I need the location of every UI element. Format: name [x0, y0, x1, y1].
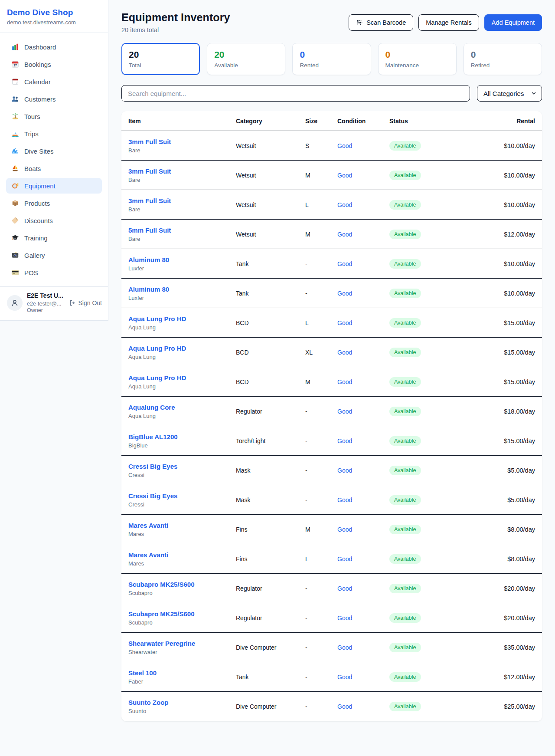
condition-link[interactable]: Good [337, 201, 389, 208]
condition-link[interactable]: Good [337, 260, 389, 267]
condition-link[interactable]: Good [337, 142, 389, 149]
item-name-link[interactable]: Aluminum 80 [128, 286, 236, 293]
item-name-link[interactable]: Cressi Big Eyes [128, 463, 236, 470]
status-badge: Available [389, 672, 421, 682]
status-cell: Available [389, 200, 483, 210]
sidebar-item-equipment[interactable]: Equipment [6, 178, 102, 194]
item-cell: Aqua Lung Pro HD Aqua Lung [128, 315, 236, 331]
status-cell: Available [389, 171, 483, 180]
sidebar-item-calendar[interactable]: Calendar [6, 74, 102, 89]
condition-link[interactable]: Good [337, 319, 389, 326]
condition-link[interactable]: Good [337, 408, 389, 415]
sidebar-item-tours[interactable]: Tours [6, 108, 102, 124]
status-cell: Available [389, 141, 483, 151]
search-input[interactable] [121, 85, 470, 102]
item-name-link[interactable]: Scubapro MK25/S600 [128, 581, 236, 588]
sidebar-item-dive-sites[interactable]: Dive Sites [6, 143, 102, 159]
item-name-link[interactable]: Mares Avanti [128, 522, 236, 529]
item-cell: 5mm Full Suit Bare [128, 227, 236, 242]
stat-card-available[interactable]: 20 Available [207, 43, 285, 75]
manage-rentals-button[interactable]: Manage Rentals [418, 14, 479, 31]
item-name-link[interactable]: 5mm Full Suit [128, 227, 236, 234]
condition-link[interactable]: Good [337, 378, 389, 385]
condition-link[interactable]: Good [337, 644, 389, 651]
condition-link[interactable]: Good [337, 349, 389, 356]
item-name-link[interactable]: Suunto Zoop [128, 699, 236, 706]
sidebar-item-dashboard[interactable]: Dashboard [6, 39, 102, 55]
page-title: Equipment Inventory [121, 11, 230, 24]
item-brand: Bare [128, 236, 236, 242]
sidebar-item-label: POS [24, 269, 38, 276]
add-equipment-button[interactable]: Add Equipment [484, 14, 542, 31]
condition-link[interactable]: Good [337, 496, 389, 503]
sidebar-item-customers[interactable]: Customers [6, 91, 102, 107]
sidebar-item-products[interactable]: Products [6, 195, 102, 211]
item-name-link[interactable]: Mares Avanti [128, 551, 236, 559]
item-name-link[interactable]: Shearwater Peregrine [128, 640, 236, 647]
category-cell: Mask [236, 496, 305, 503]
item-name-link[interactable]: Aqua Lung Pro HD [128, 374, 236, 381]
sidebar-item-pos[interactable]: POS [6, 265, 102, 280]
calendar-pad-icon [11, 78, 19, 85]
item-name-link[interactable]: Aqua Lung Pro HD [128, 345, 236, 352]
item-name-link[interactable]: Aluminum 80 [128, 256, 236, 263]
stats-row: 20 Total 20 Available 0 Rented 0 Mainten… [121, 43, 542, 75]
condition-link[interactable]: Good [337, 290, 389, 297]
size-cell: - [305, 496, 337, 503]
item-cell: Aqua Lung Pro HD Aqua Lung [128, 374, 236, 390]
item-cell: Shearwater Peregrine Shearwater [128, 640, 236, 655]
condition-link[interactable]: Good [337, 437, 389, 444]
sidebar-item-gallery[interactable]: Gallery [6, 247, 102, 263]
sidebar-item-discounts[interactable]: Discounts [6, 213, 102, 228]
item-name-link[interactable]: 3mm Full Suit [128, 197, 236, 204]
stat-card-total[interactable]: 20 Total [121, 43, 200, 75]
stat-card-maintenance[interactable]: 0 Maintenance [378, 43, 457, 75]
condition-link[interactable]: Good [337, 231, 389, 238]
sidebar-item-training[interactable]: Training [6, 230, 102, 246]
sidebar-item-bookings[interactable]: 17 Bookings [6, 56, 102, 72]
item-cell: Cressi Big Eyes Cressi [128, 492, 236, 508]
sidebar-item-label: Bookings [24, 61, 51, 68]
rental-cell: $8.00/day [483, 555, 535, 562]
item-name-link[interactable]: Aqua Lung Pro HD [128, 315, 236, 322]
status-badge: Available [389, 702, 421, 711]
item-name-link[interactable]: Scubapro MK25/S600 [128, 610, 236, 618]
stat-value: 0 [385, 49, 449, 60]
stat-card-retired[interactable]: 0 Retired [464, 43, 542, 75]
stat-label: Available [214, 62, 278, 69]
scan-barcode-button[interactable]: Scan Barcode [349, 14, 413, 31]
item-name-link[interactable]: 3mm Full Suit [128, 168, 236, 175]
condition-link[interactable]: Good [337, 172, 389, 179]
rental-cell: $10.00/day [483, 142, 535, 149]
item-brand: Cressi [128, 472, 236, 478]
item-cell: Cressi Big Eyes Cressi [128, 463, 236, 478]
condition-link[interactable]: Good [337, 703, 389, 710]
rental-cell: $10.00/day [483, 290, 535, 297]
logout-icon [69, 299, 76, 306]
speedboat-icon [11, 130, 19, 138]
condition-link[interactable]: Good [337, 555, 389, 562]
item-name-link[interactable]: Cressi Big Eyes [128, 492, 236, 500]
category-select[interactable]: All Categories [477, 85, 542, 102]
item-brand: Luxfer [128, 265, 236, 272]
item-cell: Aluminum 80 Luxfer [128, 286, 236, 301]
size-cell: - [305, 644, 337, 651]
item-name-link[interactable]: Aqualung Core [128, 404, 236, 411]
user-meta: E2E Test U... e2e-tester@... Owner [27, 292, 63, 314]
item-brand: Shearwater [128, 649, 236, 655]
sidebar-item-trips[interactable]: Trips [6, 126, 102, 141]
sidebar-item-boats[interactable]: Boats [6, 161, 102, 176]
column-header-item: Item [128, 118, 236, 125]
condition-link[interactable]: Good [337, 526, 389, 533]
item-name-link[interactable]: BigBlue AL1200 [128, 433, 236, 440]
table-row: Aqualung Core Aqua Lung Regulator - Good… [121, 397, 542, 426]
item-name-link[interactable]: 3mm Full Suit [128, 138, 236, 145]
condition-link[interactable]: Good [337, 585, 389, 592]
condition-link[interactable]: Good [337, 467, 389, 474]
item-name-link[interactable]: Steel 100 [128, 669, 236, 677]
condition-link[interactable]: Good [337, 674, 389, 680]
stat-card-rented[interactable]: 0 Rented [292, 43, 371, 75]
status-badge: Available [389, 318, 421, 328]
condition-link[interactable]: Good [337, 615, 389, 621]
sign-out-button[interactable]: Sign Out [69, 299, 102, 306]
